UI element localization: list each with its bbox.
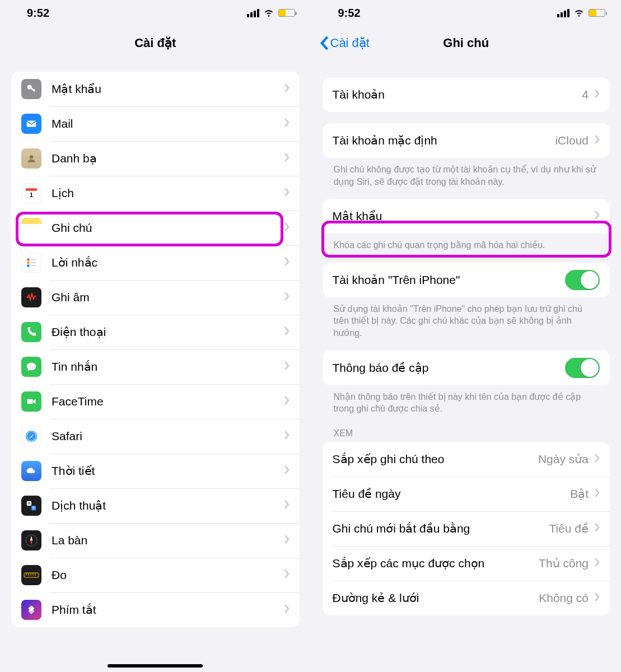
chevron-right-icon xyxy=(284,291,290,304)
chevron-right-icon xyxy=(594,557,600,570)
footer-password: Khóa các ghi chú quan trọng bằng mã hóa … xyxy=(323,234,610,251)
svg-text:1: 1 xyxy=(30,192,33,198)
row-translate[interactable]: A文 Dịch thuật xyxy=(11,488,300,523)
toggle-mentions[interactable] xyxy=(565,358,600,378)
row-value: Tiêu đề xyxy=(549,522,589,535)
row-label: Đo xyxy=(52,568,284,582)
row-label: Thông báo đề cập xyxy=(333,361,566,375)
row-label: Ghi chú xyxy=(52,221,284,235)
row-mail[interactable]: Mail xyxy=(11,106,300,141)
row-value: 4 xyxy=(582,88,589,101)
chevron-right-icon xyxy=(284,430,290,442)
row-shortcuts[interactable]: Phím tắt xyxy=(11,592,300,627)
row-value: Không có xyxy=(539,591,589,605)
row-label: Dịch thuật xyxy=(52,499,284,512)
row-compass[interactable]: La bàn xyxy=(11,523,300,558)
compass-icon xyxy=(21,530,41,550)
messages-icon xyxy=(21,357,41,377)
battery-icon xyxy=(589,9,605,17)
row-value: Bật xyxy=(570,487,589,501)
svg-point-7 xyxy=(27,258,30,261)
row-label: Tin nhắn xyxy=(52,360,284,374)
row-label: Ghi âm xyxy=(52,291,284,304)
svg-text:A: A xyxy=(28,501,31,505)
footer-default-account: Ghi chú không được tạo từ một tài khoản … xyxy=(323,158,610,188)
row-reminders[interactable]: Lời nhắc xyxy=(11,245,300,280)
toggle-on-iphone[interactable] xyxy=(565,270,600,290)
row-notes[interactable]: Ghi chú xyxy=(11,211,300,245)
row-label: Ghi chú mới bắt đầu bằng xyxy=(333,522,549,535)
chevron-right-icon xyxy=(284,569,290,581)
chevron-right-icon xyxy=(284,534,290,547)
chevron-right-icon xyxy=(284,395,290,408)
cellular-icon xyxy=(247,9,259,17)
chevron-right-icon xyxy=(594,522,600,535)
row-accounts[interactable]: Tài khoản 4 xyxy=(323,77,610,112)
chevron-right-icon xyxy=(284,256,290,269)
svg-point-9 xyxy=(27,264,30,267)
row-lines-and-grids[interactable]: Đường kẻ & lưới Không có xyxy=(323,581,610,615)
status-time: 9:52 xyxy=(338,7,361,20)
chevron-right-icon xyxy=(594,134,600,147)
svg-point-8 xyxy=(27,262,30,264)
row-label: Danh bạ xyxy=(52,152,284,165)
row-measure[interactable]: Đo xyxy=(11,558,300,592)
phone-icon xyxy=(21,322,41,342)
notes-settings-list[interactable]: Tài khoản 4 Tài khoản mặc định iCloud Gh… xyxy=(311,60,622,672)
row-label: Sắp xếp ghi chú theo xyxy=(333,452,538,466)
right-screenshot: 9:52 Cài đặt Ghi chú Tài khoản 4 Tài kho… xyxy=(311,0,622,672)
section-header-view: XEM xyxy=(323,415,610,438)
row-default-account[interactable]: Tài khoản mặc định iCloud xyxy=(323,123,610,158)
row-calendar[interactable]: 1 Lịch xyxy=(11,176,300,211)
chevron-right-icon xyxy=(284,604,290,616)
row-sort-checked-items[interactable]: Sắp xếp các mục được chọn Thủ công xyxy=(323,546,610,581)
row-safari[interactable]: Safari xyxy=(11,419,300,454)
status-time: 9:52 xyxy=(27,7,49,20)
measure-icon xyxy=(21,565,41,585)
row-label: Thời tiết xyxy=(52,464,284,478)
page-title: Cài đặt xyxy=(134,36,176,50)
row-facetime[interactable]: FaceTime xyxy=(11,384,300,419)
svg-rect-13 xyxy=(27,399,33,404)
chevron-right-icon xyxy=(284,83,290,95)
row-voice-memos[interactable]: Ghi âm xyxy=(11,280,300,315)
row-sort-notes-by[interactable]: Sắp xếp ghi chú theo Ngày sửa xyxy=(323,442,610,477)
row-weather[interactable]: Thời tiết xyxy=(11,454,300,488)
row-label: Mật khẩu xyxy=(333,209,595,223)
chevron-right-icon xyxy=(594,488,600,500)
row-date-headers[interactable]: Tiêu đề ngày Bật xyxy=(323,477,610,511)
chevron-right-icon xyxy=(284,465,290,477)
facetime-icon xyxy=(21,391,41,412)
key-icon xyxy=(21,79,41,99)
footer-mentions: Nhận thông báo trên thiết bị này khi tên… xyxy=(323,385,610,415)
row-label: Lịch xyxy=(52,186,284,200)
voice-memos-icon xyxy=(21,287,41,307)
status-bar: 9:52 xyxy=(311,0,622,26)
chevron-right-icon xyxy=(284,326,290,338)
translate-icon: A文 xyxy=(21,496,41,516)
row-on-iphone-account[interactable]: Tài khoản "Trên iPhone" xyxy=(323,263,610,297)
chevron-right-icon xyxy=(284,361,290,373)
page-title: Ghi chú xyxy=(443,36,489,50)
row-password[interactable]: Mật khẩu xyxy=(323,199,610,234)
nav-header: Cài đặt xyxy=(0,26,311,60)
settings-list[interactable]: Mật khẩu Mail Danh bạ 1 xyxy=(0,60,311,672)
home-indicator[interactable] xyxy=(108,664,203,668)
row-mention-notifications[interactable]: Thông báo đề cập xyxy=(323,351,610,385)
row-label: Lời nhắc xyxy=(52,256,284,269)
row-messages[interactable]: Tin nhắn xyxy=(11,349,300,384)
back-button[interactable]: Cài đặt xyxy=(319,35,370,51)
row-new-notes-start-with[interactable]: Ghi chú mới bắt đầu bằng Tiêu đề xyxy=(323,511,610,546)
battery-icon xyxy=(278,9,295,17)
row-phone[interactable]: Điện thoại xyxy=(11,315,300,349)
row-passwords[interactable]: Mật khẩu xyxy=(11,72,300,106)
back-label: Cài đặt xyxy=(330,36,370,50)
chevron-right-icon xyxy=(594,453,600,465)
status-right xyxy=(557,6,605,21)
row-label: Tài khoản "Trên iPhone" xyxy=(333,273,566,287)
row-contacts[interactable]: Danh bạ xyxy=(11,141,300,176)
row-label: Mật khẩu xyxy=(52,82,284,96)
row-label: FaceTime xyxy=(52,395,284,408)
chevron-right-icon xyxy=(284,222,290,234)
left-screenshot: 9:52 Cài đặt Mật khẩu Mail xyxy=(0,0,311,672)
